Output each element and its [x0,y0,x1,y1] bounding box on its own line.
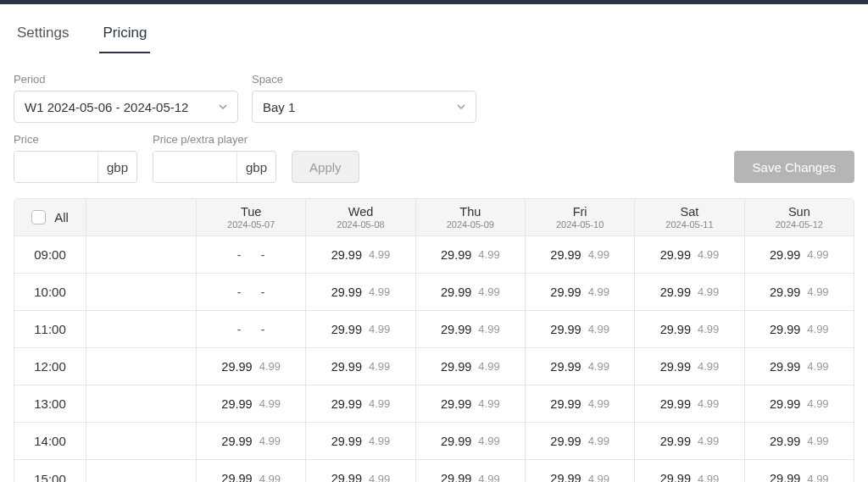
day-name: Sat [681,205,699,219]
time-cell[interactable]: 15:00 [14,460,86,482]
period-select[interactable]: W1 2024-05-06 - 2024-05-12 [14,91,238,123]
price-cell[interactable]: 29.994.99 [416,423,526,459]
price-cell[interactable]: 29.994.99 [635,348,744,385]
table-header: All Tue2024-05-07Wed2024-05-08Thu2024-05… [14,199,854,236]
space-select[interactable]: Bay 1 [252,91,476,123]
price-cell[interactable]: 29.994.99 [635,423,744,459]
extra-value: 4.99 [259,473,281,483]
price-cell[interactable]: 29.994.99 [306,274,415,310]
table-row: 10:00--29.994.9929.994.9929.994.9929.994… [14,274,854,311]
blank-cell [86,236,197,273]
price-cell[interactable]: 29.994.99 [635,236,744,273]
price-cell[interactable]: 29.994.99 [306,385,415,422]
day-header: Sat2024-05-11 [635,199,744,235]
price-cell[interactable]: 29.994.99 [306,423,415,459]
extra-value: 4.99 [807,248,828,261]
price-cell[interactable]: 29.994.99 [416,460,526,482]
price-cell[interactable]: 29.994.99 [745,274,854,310]
blank-cell [86,423,197,459]
price-value: 29.99 [550,323,581,336]
price-value: 29.99 [660,248,691,262]
time-cell[interactable]: 11:00 [14,311,86,347]
day-header: Fri2024-05-10 [526,199,635,235]
price-cell[interactable]: 29.994.99 [306,311,415,347]
extra-value: 4.99 [698,248,719,261]
price-value: 29.99 [221,435,252,448]
price-cell[interactable]: 29.994.99 [416,348,526,385]
price-extra-input[interactable] [153,152,236,182]
price-cell[interactable]: 29.994.99 [526,423,635,459]
time-cell[interactable]: 12:00 [14,348,86,385]
save-changes-button[interactable]: Save Changes [734,151,854,183]
blank-cell [86,460,197,482]
price-cell[interactable]: 29.994.99 [416,385,526,422]
extra-value: 4.99 [478,473,499,483]
extra-value: 4.99 [369,435,390,447]
day-header: Sun2024-05-12 [745,199,854,235]
price-cell[interactable]: 29.994.99 [526,460,635,482]
extra-value: 4.99 [369,323,390,335]
table-row: 11:00--29.994.9929.994.9929.994.9929.994… [14,311,854,348]
price-cell[interactable]: 29.994.99 [416,274,526,310]
tab-pricing[interactable]: Pricing [99,18,150,53]
price-cell[interactable]: -- [197,274,306,310]
price-cell[interactable]: 29.994.99 [306,236,415,273]
price-cell[interactable]: 29.994.99 [635,460,744,482]
price-value: 29.99 [331,285,362,299]
blank-header [86,199,197,235]
price-cell[interactable]: 29.994.99 [635,311,744,347]
day-header: Wed2024-05-08 [306,199,415,235]
time-cell[interactable]: 09:00 [14,236,86,273]
price-cell[interactable]: 29.994.99 [745,348,854,385]
price-value: 29.99 [221,360,252,374]
price-cell[interactable]: 29.994.99 [416,236,526,273]
price-cell[interactable]: 29.994.99 [526,348,635,385]
price-input[interactable] [14,152,97,182]
time-cell[interactable]: 14:00 [14,423,86,459]
price-cell[interactable]: 29.994.99 [745,460,854,482]
price-cell[interactable]: 29.994.99 [745,311,854,347]
extra-value: 4.99 [698,323,719,335]
price-cell[interactable]: 29.994.99 [526,274,635,310]
price-cell[interactable]: 29.994.99 [306,348,415,385]
price-cell[interactable]: 29.994.99 [197,460,306,482]
price-cell[interactable]: 29.994.99 [635,385,744,422]
price-cell[interactable]: 29.994.99 [526,385,635,422]
price-cell[interactable]: 29.994.99 [306,460,415,482]
table-row: 14:0029.994.9929.994.9929.994.9929.994.9… [14,423,854,460]
extra-value: 4.99 [698,285,719,298]
day-name: Fri [573,205,587,219]
select-all-checkbox[interactable] [31,210,46,224]
price-cell[interactable]: 29.994.99 [197,348,306,385]
blank-cell [86,274,197,310]
day-name: Tue [241,205,261,219]
price-cell[interactable]: 29.994.99 [635,274,744,310]
price-value: 29.99 [441,323,471,336]
price-cell[interactable]: -- [197,236,306,273]
price-cell[interactable]: 29.994.99 [197,423,306,459]
price-cell[interactable]: 29.994.99 [745,423,854,459]
price-value: 29.99 [660,435,691,448]
apply-button[interactable]: Apply [292,151,359,183]
price-currency: gbp [97,152,136,182]
day-date: 2024-05-10 [556,219,604,230]
price-label: Price [14,133,137,146]
price-value: 29.99 [331,360,362,374]
dropdown-icon [219,102,227,111]
price-cell[interactable]: 29.994.99 [745,236,854,273]
price-cell[interactable]: 29.994.99 [197,385,306,422]
extra-value: 4.99 [369,360,390,373]
tab-settings[interactable]: Settings [14,18,72,53]
price-cell[interactable]: 29.994.99 [526,236,635,273]
price-cell[interactable]: 29.994.99 [745,385,854,422]
extra-value: 4.99 [807,285,828,298]
period-label: Period [14,73,238,86]
price-value: 29.99 [331,397,362,411]
time-cell[interactable]: 13:00 [14,385,86,422]
extra-value: 4.99 [369,397,390,410]
price-cell[interactable]: 29.994.99 [416,311,526,347]
price-cell[interactable]: 29.994.99 [526,311,635,347]
time-cell[interactable]: 10:00 [14,274,86,310]
price-value: 29.99 [331,248,362,262]
price-cell[interactable]: -- [197,311,306,347]
